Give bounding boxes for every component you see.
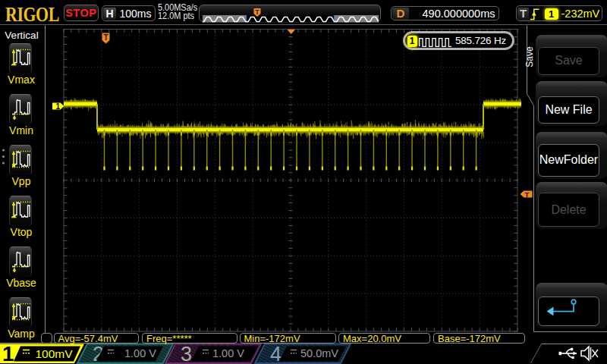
svg-text:1.00 V: 1.00 V [212,347,244,359]
svg-text:T: T [104,33,109,42]
svg-text:100mV: 100mV [35,347,73,360]
svg-text:T: T [525,190,530,199]
svg-text:50.0mV: 50.0mV [300,347,338,359]
svg-text:1.00 V: 1.00 V [124,347,156,359]
svg-text:T: T [255,8,259,15]
svg-text:1: 1 [2,342,14,364]
svg-text:3: 3 [181,343,192,364]
svg-text:1: 1 [56,102,61,111]
